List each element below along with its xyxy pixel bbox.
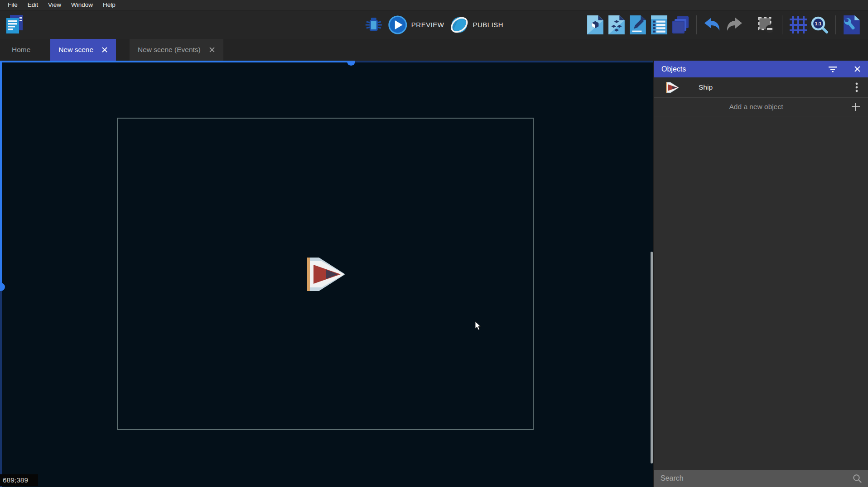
instances-list-icon xyxy=(651,15,668,35)
editor-tab-bar: Home New scene New scene (Events) xyxy=(0,39,868,61)
undo-icon xyxy=(704,17,722,33)
layers-panel-button[interactable] xyxy=(671,14,690,35)
undo-button[interactable] xyxy=(704,14,722,35)
search-icon[interactable] xyxy=(853,474,862,483)
play-icon xyxy=(388,15,407,34)
menu-item-edit[interactable]: Edit xyxy=(23,0,43,10)
debugger-button[interactable] xyxy=(365,14,383,35)
close-panel-icon[interactable] xyxy=(853,65,862,74)
tab-home-label: Home xyxy=(12,46,30,54)
plus-icon xyxy=(851,102,861,112)
filter-icon[interactable] xyxy=(828,65,837,74)
scene-properties-button[interactable] xyxy=(843,14,861,35)
debugger-icon xyxy=(365,16,383,34)
tab-new-scene-label: New scene xyxy=(58,46,93,54)
zoom-1-1-button[interactable]: 1:1 xyxy=(810,14,829,35)
object-list-item-ship[interactable]: Ship xyxy=(654,77,868,98)
menu-item-view[interactable]: View xyxy=(43,0,66,10)
ship-thumbnail-icon xyxy=(665,81,680,94)
toolbar-center-group: PREVIEW PUBLISH xyxy=(365,14,503,35)
toolbar-right-group: 1:1 xyxy=(586,14,868,35)
main-toolbar: PREVIEW PUBLISH xyxy=(0,10,868,39)
menu-bar: File Edit View Window Help xyxy=(0,0,868,10)
coordinates-display: 689;389 xyxy=(0,474,38,486)
menu-item-file[interactable]: File xyxy=(3,0,23,10)
preview-label: PREVIEW xyxy=(411,21,444,29)
object-groups-icon xyxy=(608,15,625,35)
layers-panel-icon xyxy=(671,15,690,34)
instances-list-button[interactable] xyxy=(650,14,668,35)
mouse-cursor xyxy=(475,321,482,331)
project-manager-button[interactable] xyxy=(4,14,25,36)
objects-panel-button[interactable] xyxy=(586,14,604,35)
delete-selection-button[interactable] xyxy=(757,14,775,35)
object-name: Ship xyxy=(699,83,713,91)
delete-selection-icon xyxy=(757,16,775,34)
canvas-scrollbar-thumb[interactable] xyxy=(651,252,653,463)
tab-new-scene-events[interactable]: New scene (Events) xyxy=(130,39,223,61)
scene-properties-icon xyxy=(843,15,860,35)
zoom-1-1-icon: 1:1 xyxy=(810,16,829,34)
properties-panel-button[interactable] xyxy=(629,14,647,35)
object-groups-button[interactable] xyxy=(608,14,626,35)
gdevelop-window: File Edit View Window Help xyxy=(0,0,868,487)
objects-panel-title: Objects xyxy=(661,65,686,73)
close-tab-icon[interactable] xyxy=(209,47,215,53)
objects-panel-header: Objects xyxy=(654,61,868,77)
objects-search-bar xyxy=(654,470,868,487)
objects-panel-empty-area xyxy=(654,116,868,470)
objects-panel: Objects xyxy=(653,61,868,487)
project-manager-icon xyxy=(5,14,24,36)
menu-item-window[interactable]: Window xyxy=(66,0,98,10)
toolbar-separator xyxy=(750,15,750,34)
redo-button[interactable] xyxy=(725,14,743,35)
workspace: 689;389 Objects xyxy=(0,61,868,487)
tab-home[interactable]: Home xyxy=(0,39,42,61)
object-menu-icon[interactable] xyxy=(853,82,861,92)
redo-icon xyxy=(725,17,743,33)
vertical-scroll-knob[interactable] xyxy=(0,283,5,291)
properties-panel-icon xyxy=(629,15,646,35)
ship-instance[interactable] xyxy=(304,255,347,294)
objects-search-input[interactable] xyxy=(661,474,853,482)
horizontal-scroll-track[interactable] xyxy=(351,61,653,62)
publish-button[interactable]: PUBLISH xyxy=(449,15,503,34)
tab-new-scene[interactable]: New scene xyxy=(50,39,116,61)
horizontal-scroll-knob[interactable] xyxy=(347,61,355,66)
add-new-object-label: Add a new object xyxy=(661,103,851,111)
publish-label: PUBLISH xyxy=(473,21,503,29)
objects-panel-icon xyxy=(587,15,604,35)
svg-text:1:1: 1:1 xyxy=(815,21,822,26)
toggle-grid-button[interactable] xyxy=(789,14,807,35)
toolbar-separator xyxy=(835,15,836,34)
toolbar-separator xyxy=(696,15,697,34)
menu-item-help[interactable]: Help xyxy=(98,0,121,10)
toolbar-separator xyxy=(782,15,782,34)
preview-button[interactable]: PREVIEW xyxy=(388,15,444,34)
close-tab-icon[interactable] xyxy=(101,47,108,53)
grid-icon xyxy=(790,16,807,33)
add-new-object-button[interactable]: Add a new object xyxy=(654,98,868,116)
scene-editor-canvas[interactable]: 689;389 xyxy=(0,61,653,487)
vertical-scroll-track[interactable] xyxy=(0,289,2,487)
publish-globe-icon xyxy=(449,15,468,34)
tab-new-scene-events-label: New scene (Events) xyxy=(138,46,201,54)
vertical-scroll-track-active[interactable] xyxy=(0,61,2,287)
horizontal-scroll-track-active[interactable] xyxy=(0,61,351,62)
